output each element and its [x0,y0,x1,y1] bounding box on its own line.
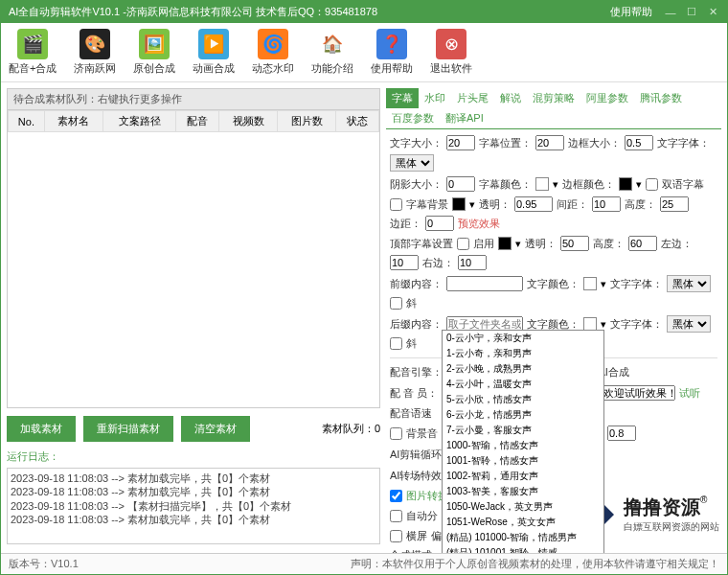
tab-6[interactable]: 腾讯参数 [634,88,688,108]
tab-3[interactable]: 解说 [494,88,527,108]
voice-option[interactable]: (精品) 101001-智聆，情感 [443,545,603,553]
voice-option[interactable]: 1050-WeJack，英文男声 [443,499,603,515]
lineh-input[interactable] [625,135,653,150]
tab-1[interactable]: 水印 [419,88,451,108]
tab-0[interactable]: 字幕 [386,88,419,108]
toolbar-1[interactable]: 🎨济南跃网 [74,29,116,76]
toolbar-4[interactable]: 🌀动态水印 [252,29,294,76]
tab-2[interactable]: 片头尾 [451,88,494,108]
shadow-input[interactable] [446,176,475,192]
material-panel: 待合成素材队列：右键执行更多操作 No.素材名文案路径配音视频数图片数状态 [7,88,380,408]
voice-option[interactable]: 2-云小晚，成熟男声 [443,361,603,377]
toolbar-6[interactable]: ❓使用帮助 [371,29,413,76]
voice-option[interactable]: 1002-智莉，通用女声 [443,469,603,484]
dual-checkbox[interactable] [646,178,658,191]
clear-button[interactable]: 清空素材 [181,416,250,442]
voice-option[interactable]: 1-云小奇，亲和男声 [443,346,603,361]
help-link[interactable]: 使用帮助 [610,5,652,19]
voice-option[interactable]: 1051-WeRose，英文女声 [443,515,603,530]
titlebar: AI全自动剪辑软件V10.1 -济南跃网信息科技有限公司 技术售后QQ：9354… [1,1,727,23]
toolbar-7[interactable]: ⊗退出软件 [430,29,472,76]
font-size-input[interactable] [446,135,475,150]
toolbar-0[interactable]: 🎬配音+合成 [9,29,57,76]
tabs: 字幕水印片头尾解说混剪策略阿里参数腾讯参数百度参数翻译API [386,88,721,129]
voice-option[interactable]: 1003-智美，客服女声 [443,484,603,499]
voice-option[interactable]: 5-云小欣，情感女声 [443,392,603,407]
toolbar-5[interactable]: 🏠功能介绍 [311,29,353,76]
window-title: AI全自动剪辑软件V10.1 -济南跃网信息科技有限公司 技术售后QQ：9354… [9,5,377,19]
minimize-icon[interactable]: — [664,6,677,19]
toolbar: 🎬配音+合成🎨济南跃网🖼️原创合成▶️动画合成🌀动态水印🏠功能介绍❓使用帮助⊗退… [1,23,727,82]
bg-color[interactable] [452,197,466,211]
toolbar-3[interactable]: ▶️动画合成 [193,29,235,76]
font-color[interactable] [535,177,549,191]
voice-dropdown[interactable]: 0-云小宁，亲和女声1-云小奇，亲和男声2-云小晚，成熟男声4-云小叶，温暖女声… [442,330,604,553]
voice-option[interactable]: 7-云小曼，客服女声 [443,423,603,438]
log-output: 2023-09-18 11:08:03 --> 素材加载完毕，共【0】个素材20… [7,468,380,544]
tab-5[interactable]: 阿里参数 [580,88,634,108]
load-material-button[interactable]: 加载素材 [7,416,76,442]
pos-input[interactable] [535,135,564,150]
tab-8[interactable]: 翻译API [440,108,489,128]
footer: 版本号：V10.1 声明：本软件仅用于个人原创音视频素材的处理，使用本软件请遵守… [1,553,727,574]
test-listen[interactable]: 试听 [679,386,700,401]
preview-link[interactable]: 预览效果 [458,217,500,231]
bg-checkbox[interactable] [390,198,402,211]
voice-option[interactable]: 4-云小叶，温暖女声 [443,377,603,392]
rescan-button[interactable]: 重新扫描素材 [83,416,173,442]
voice-option[interactable]: 1000-智瑜，情感女声 [443,438,603,453]
toolbar-2[interactable]: 🖼️原创合成 [133,29,175,76]
voice-option[interactable]: 0-云小宁，亲和女声 [443,331,603,346]
voice-option[interactable]: (精品) 101000-智瑜，情感男声 [443,530,603,545]
font-select[interactable]: 黑体 [390,154,434,172]
material-header: 待合成素材队列：右键执行更多操作 [8,89,379,110]
close-icon[interactable]: ✕ [706,6,719,19]
maximize-icon[interactable]: ☐ [685,6,698,19]
voice-option[interactable]: 1001-智聆，情感女声 [443,453,603,469]
voice-option[interactable]: 6-云小龙，情感男声 [443,407,603,423]
log-header: 运行日志： [7,449,380,464]
tab-7[interactable]: 百度参数 [386,108,440,128]
tab-4[interactable]: 混剪策略 [527,88,580,108]
outline-color[interactable] [619,177,632,191]
material-table[interactable]: No.素材名文案路径配音视频数图片数状态 [8,110,379,407]
